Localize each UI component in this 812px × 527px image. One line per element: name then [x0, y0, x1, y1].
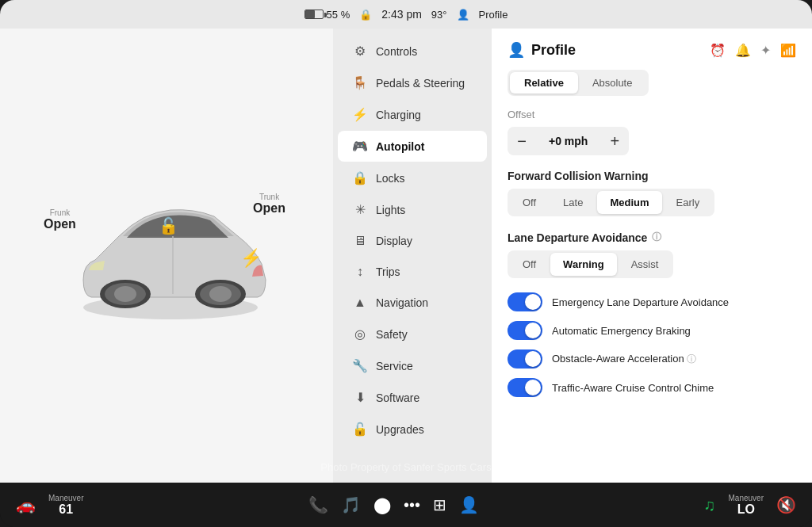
lda-warning-button[interactable]: Warning	[550, 253, 617, 276]
taskbar-maneuver-right-label: Maneuver	[729, 494, 764, 502]
forward-collision-options: Off Late Medium Early	[508, 189, 714, 216]
lane-departure-section: Lane Departure Avoidance ⓘ Off Warning A…	[508, 231, 796, 278]
status-time: 2:43 pm	[381, 8, 422, 21]
forward-collision-section: Forward Collision Warning Off Late Mediu…	[508, 170, 796, 216]
status-temp: 93°	[431, 9, 447, 21]
menu-item-autopilot[interactable]: 🎮 Autopilot	[338, 131, 487, 162]
menu-item-pedals[interactable]: 🪑 Pedals & Steering	[338, 67, 487, 98]
menu-item-safety[interactable]: ◎ Safety	[338, 319, 487, 349]
upgrades-icon: 🔓	[352, 422, 368, 437]
offset-decrease-button[interactable]: −	[508, 127, 536, 155]
emergency-lane-toggle[interactable]	[508, 292, 542, 311]
taskbar: 🚗 Maneuver 61 📞 🎵 ⬤ ••• ⊞ 👤 ♫ Maneuver L…	[0, 483, 812, 527]
svg-point-3	[114, 286, 136, 302]
taskbar-grid-icon[interactable]: ⊞	[433, 495, 446, 514]
menu-item-navigation[interactable]: ▲ Navigation	[338, 288, 487, 318]
charging-icon: ⚡	[352, 107, 368, 122]
menu-item-upgrades[interactable]: 🔓 Upgrades	[338, 414, 487, 445]
menu-label-trips: Trips	[376, 265, 400, 278]
unlock-icon: 🔓	[159, 216, 178, 235]
menu-item-locks[interactable]: 🔒 Locks	[338, 162, 487, 193]
taskbar-car[interactable]: 🚗	[16, 495, 36, 514]
obstacle-accel-toggle[interactable]	[508, 349, 542, 369]
taskbar-maneuver-right-value: LO	[737, 502, 755, 517]
taskbar-music-icon[interactable]: 🎵	[341, 495, 361, 514]
forward-collision-title: Forward Collision Warning	[508, 170, 796, 182]
profile-icons: ⏰ 🔔 ✦ 📶	[710, 43, 796, 58]
menu-label-lights: Lights	[376, 204, 405, 216]
obstacle-accel-info-icon[interactable]: ⓘ	[687, 353, 696, 365]
offset-label: Offset	[508, 109, 796, 120]
service-icon: 🔧	[352, 358, 368, 373]
profile-icon: 👤	[457, 9, 469, 21]
menu-label-locks: Locks	[376, 172, 405, 185]
signal-icon[interactable]: 📶	[780, 43, 796, 58]
profile-title-text: Profile	[531, 42, 576, 59]
fcw-late-button[interactable]: Late	[550, 191, 596, 214]
lights-icon: ✳	[352, 202, 368, 217]
menu-label-navigation: Navigation	[376, 296, 428, 309]
menu-item-software[interactable]: ⬇ Software	[338, 382, 487, 413]
software-icon: ⬇	[352, 390, 368, 405]
taskbar-maneuver-left-label: Maneuver	[48, 494, 83, 502]
taskbar-more-icon[interactable]: •••	[404, 496, 420, 514]
menu-item-service[interactable]: 🔧 Service	[338, 350, 487, 381]
obstacle-accel-row: Obstacle-Aware Acceleration ⓘ	[508, 349, 796, 369]
menu-item-display[interactable]: 🖥 Display	[338, 226, 487, 256]
offset-value: +0 mph	[536, 135, 600, 147]
auto-braking-row: Automatic Emergency Braking	[508, 321, 796, 340]
menu-label-controls: Controls	[376, 45, 417, 58]
traffic-cruise-toggle[interactable]	[508, 378, 542, 397]
status-bar: 55 % 🔒 2:43 pm 93° 👤 Profile	[0, 0, 812, 29]
tab-bar: Relative Absolute	[508, 70, 649, 96]
taskbar-maneuver-left: Maneuver 61	[48, 494, 83, 517]
taskbar-volume-icon[interactable]: 🔇	[776, 495, 796, 514]
menu-label-pedals: Pedals & Steering	[376, 77, 465, 90]
traffic-cruise-row: Traffic-Aware Cruise Control Chime	[508, 378, 796, 397]
menu-item-controls[interactable]: ⚙ Controls	[338, 36, 487, 67]
lda-assist-button[interactable]: Assist	[619, 253, 672, 276]
lock-icon: 🔒	[359, 9, 372, 21]
menu-label-service: Service	[376, 360, 413, 372]
taskbar-person-icon[interactable]: 👤	[459, 495, 479, 514]
lane-departure-options: Off Warning Assist	[508, 250, 673, 278]
locks-icon: 🔒	[352, 170, 368, 185]
profile-label[interactable]: Profile	[479, 9, 508, 21]
pedals-icon: 🪑	[352, 75, 368, 90]
fcw-medium-button[interactable]: Medium	[597, 191, 661, 214]
menu-label-autopilot: Autopilot	[376, 140, 424, 153]
menu-label-charging: Charging	[376, 109, 421, 121]
fcw-off-button[interactable]: Off	[510, 191, 549, 214]
tab-relative[interactable]: Relative	[510, 72, 578, 94]
taskbar-dot-icon[interactable]: ⬤	[373, 495, 391, 514]
app-frame: 55 % 🔒 2:43 pm 93° 👤 Profile Frunk Open …	[0, 0, 812, 527]
profile-title: 👤 Profile	[508, 41, 576, 59]
profile-person-icon: 👤	[508, 41, 525, 59]
lda-off-button[interactable]: Off	[510, 253, 549, 276]
auto-braking-toggle[interactable]	[508, 321, 542, 340]
forward-collision-label: Forward Collision Warning	[508, 170, 649, 182]
offset-increase-button[interactable]: +	[600, 127, 629, 155]
bluetooth-icon[interactable]: ✦	[760, 43, 771, 58]
menu-item-lights[interactable]: ✳ Lights	[338, 194, 487, 225]
menu-item-trips[interactable]: ↕ Trips	[338, 257, 487, 287]
menu-label-upgrades: Upgrades	[376, 423, 424, 436]
tab-absolute[interactable]: Absolute	[578, 72, 647, 94]
lane-departure-info-icon[interactable]: ⓘ	[652, 231, 661, 244]
menu-panel: ⚙ Controls 🪑 Pedals & Steering ⚡ Chargin…	[333, 29, 492, 483]
offset-control: − +0 mph +	[508, 127, 629, 155]
car-panel: Frunk Open Trunk Open 🔓	[0, 29, 333, 483]
safety-icon: ◎	[352, 327, 368, 342]
taskbar-spotify-icon[interactable]: ♫	[704, 496, 716, 514]
trips-icon: ↕	[352, 265, 368, 279]
fcw-early-button[interactable]: Early	[664, 191, 713, 214]
emergency-lane-row: Emergency Lane Departure Avoidance	[508, 292, 796, 311]
taskbar-phone-icon[interactable]: 📞	[308, 495, 328, 514]
menu-item-charging[interactable]: ⚡ Charging	[338, 99, 487, 130]
menu-label-display: Display	[376, 235, 412, 247]
alarm-icon[interactable]: ⏰	[710, 43, 726, 58]
battery-icon	[304, 10, 324, 19]
obstacle-accel-label: Obstacle-Aware Acceleration ⓘ	[552, 353, 696, 366]
display-icon: 🖥	[352, 234, 368, 248]
bell-icon[interactable]: 🔔	[735, 43, 751, 58]
